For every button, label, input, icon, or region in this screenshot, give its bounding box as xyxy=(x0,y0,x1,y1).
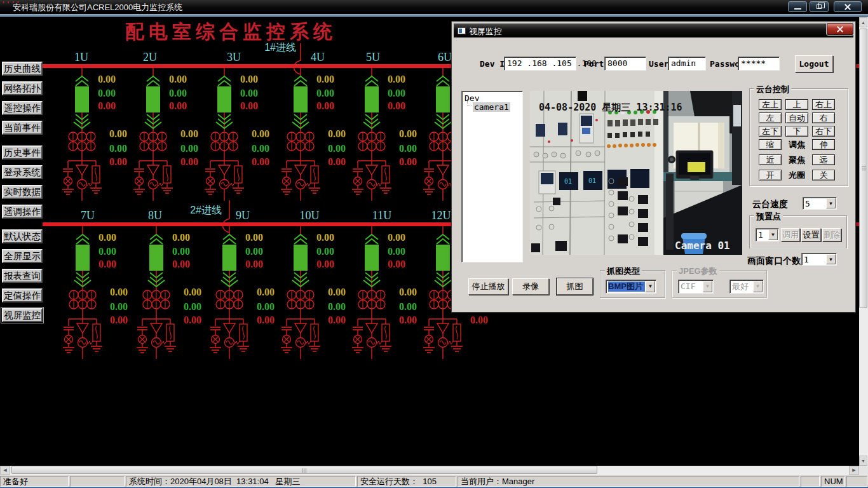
sidebar-item-3[interactable]: 遥控操作 xyxy=(2,101,43,115)
vertical-scrollbar[interactable]: ▲ ▼ xyxy=(859,17,868,466)
scroll-right-button[interactable]: ▶ xyxy=(849,466,859,475)
snapshot-type-title: 抓图类型 xyxy=(605,266,642,277)
dialog-close-button[interactable] xyxy=(827,23,853,35)
svg-text:11U: 11U xyxy=(372,209,391,222)
sidebar-item-10[interactable]: 全屏显示 xyxy=(2,249,43,263)
feeder-10U[interactable]: 10U0.000.000.000.000.000.00 xyxy=(281,209,346,359)
minimize-button[interactable] xyxy=(788,1,807,12)
dev-ip-field[interactable]: 192 .168 .105 .100 xyxy=(504,57,576,71)
device-tree[interactable]: Dev camera1 xyxy=(461,91,523,262)
sidebar-item-4[interactable]: 当前事件 xyxy=(2,121,43,135)
ptz-button-远[interactable]: 远 xyxy=(812,154,835,165)
chevron-down-icon[interactable]: ▼ xyxy=(646,281,655,292)
preset-set-button[interactable]: 设置 xyxy=(801,228,821,241)
ptz-speed-select[interactable]: 5 ▼ xyxy=(803,197,837,210)
ptz-button-关[interactable]: 关 xyxy=(812,170,835,180)
feeder-2U[interactable]: 2U0.000.000.000.000.000.00 xyxy=(133,51,198,201)
record-button[interactable]: 录像 xyxy=(512,278,549,295)
ptz-button-近[interactable]: 近 xyxy=(759,154,782,165)
ptz-button-缩[interactable]: 缩 xyxy=(759,139,782,150)
scroll-up-button[interactable]: ▲ xyxy=(859,17,867,27)
sidebar-item-5[interactable]: 历史事件 xyxy=(2,146,43,159)
svg-text:0.00: 0.00 xyxy=(388,259,405,269)
svg-text:0.00: 0.00 xyxy=(399,128,417,139)
preset-select[interactable]: 1 ▼ xyxy=(756,228,779,241)
chevron-down-icon[interactable]: ▼ xyxy=(826,198,836,208)
preset-group-title: 预置点 xyxy=(754,211,783,222)
sidebar-item-1[interactable]: 历史曲线 xyxy=(2,62,43,76)
ptz-control-group: 云台控制 左上上右上左自动右左下下右下缩调焦伸近聚焦远开光圈关 xyxy=(749,88,848,186)
feeder-9U[interactable]: 9U0.000.000.000.000.000.00 xyxy=(210,209,275,359)
ptz-button-左下[interactable]: 左下 xyxy=(759,126,782,137)
ptz-label-调焦: 调焦 xyxy=(784,139,810,151)
feeder-7U[interactable]: 7U0.000.000.000.000.000.00 xyxy=(63,209,128,359)
svg-text:0.00: 0.00 xyxy=(470,315,488,325)
feeder-5U[interactable]: 5U0.000.000.000.000.000.00 xyxy=(352,51,417,201)
sidebar-item-2[interactable]: 网络拓扑 xyxy=(2,81,43,95)
video-feed[interactable]: 01 01 xyxy=(530,91,742,255)
svg-text:0.00: 0.00 xyxy=(98,74,116,85)
svg-text:0.00: 0.00 xyxy=(257,315,275,325)
svg-text:0.00: 0.00 xyxy=(316,246,334,257)
user-field[interactable]: admin xyxy=(668,57,706,71)
sidebar-item-8[interactable]: 遥调操作 xyxy=(2,205,43,219)
chevron-down-icon[interactable]: ▼ xyxy=(768,229,778,240)
restore-button[interactable] xyxy=(810,1,829,12)
screen: '''' 安科瑞股份有限公司ACREL2000电力监控系统 配电室综合监控系统 … xyxy=(0,0,868,488)
svg-text:8U: 8U xyxy=(148,209,162,222)
ptz-button-右下[interactable]: 右下 xyxy=(812,126,835,137)
ptz-button-左上[interactable]: 左上 xyxy=(759,99,782,110)
sidebar-item-12[interactable]: 定值操作 xyxy=(2,288,43,302)
feeder-8U[interactable]: 8U0.000.000.000.000.000.00 xyxy=(137,209,201,359)
horizontal-scrollbar[interactable]: ◀ ▶ xyxy=(0,466,859,475)
svg-text:0.00: 0.00 xyxy=(252,128,269,139)
svg-text:0.00: 0.00 xyxy=(257,301,275,312)
jpeg-resolution-select: CIF ▼ xyxy=(678,280,714,294)
svg-text:0.00: 0.00 xyxy=(399,143,417,154)
sidebar-item-7[interactable]: 实时数据 xyxy=(2,185,43,199)
sidebar-item-6[interactable]: 登录系统 xyxy=(2,165,43,179)
svg-text:0.00: 0.00 xyxy=(98,232,116,243)
window-border-strip xyxy=(0,14,868,17)
stop-play-button[interactable]: 停止播放 xyxy=(468,278,508,295)
chevron-down-icon: ▼ xyxy=(703,281,712,292)
status-ready: 准备好 xyxy=(0,476,69,487)
port-field[interactable]: 8000 xyxy=(604,57,646,71)
hscroll-thumb[interactable] xyxy=(11,466,597,474)
sidebar-item-9[interactable]: 默认状态 xyxy=(2,229,43,243)
sidebar-item-13[interactable]: 视屏监控 xyxy=(2,308,43,322)
window-count-value: 1 xyxy=(804,255,825,264)
feeder-11U[interactable]: 11U0.000.000.000.000.000.00 xyxy=(352,209,417,359)
ptz-button-自动[interactable]: 自动 xyxy=(785,112,808,123)
ptz-button-下[interactable]: 下 xyxy=(785,126,808,137)
window-count-select[interactable]: 1 ▼ xyxy=(801,253,837,266)
logout-button[interactable]: Logout xyxy=(795,55,833,72)
svg-text:0.00: 0.00 xyxy=(110,315,128,325)
feeder-3U[interactable]: 3U0.000.000.000.000.000.00 xyxy=(205,51,269,201)
scroll-left-button[interactable]: ◀ xyxy=(0,466,10,475)
password-field[interactable]: ***** xyxy=(738,57,780,71)
feeder-1U[interactable]: 1U0.000.000.000.000.000.00 xyxy=(62,51,127,201)
tree-item-camera1[interactable]: camera1 xyxy=(473,102,510,112)
ptz-button-左[interactable]: 左 xyxy=(759,112,782,123)
feeder-4U[interactable]: 4U0.000.000.000.000.000.00 xyxy=(281,51,346,201)
chevron-down-icon[interactable]: ▼ xyxy=(826,254,836,264)
svg-text:2U: 2U xyxy=(143,51,157,64)
window-count-label: 画面窗口个数 xyxy=(747,255,801,267)
snapshot-type-select[interactable]: BMP图片 ▼ xyxy=(606,280,656,294)
sidebar-item-11[interactable]: 报表查询 xyxy=(2,269,43,283)
ptz-button-右上[interactable]: 右上 xyxy=(812,99,835,110)
ptz-button-伸[interactable]: 伸 xyxy=(812,139,835,150)
svg-text:0.00: 0.00 xyxy=(388,74,405,85)
ptz-button-右[interactable]: 右 xyxy=(812,112,835,123)
snapshot-button[interactable]: 抓图 xyxy=(557,278,593,295)
vscroll-thumb[interactable] xyxy=(859,29,867,308)
dialog-titlebar[interactable]: 视屏监控 xyxy=(454,24,853,37)
close-button[interactable] xyxy=(834,1,862,12)
scroll-down-button[interactable]: ▼ xyxy=(859,456,867,466)
ptz-button-上[interactable]: 上 xyxy=(785,99,808,110)
svg-text:3U: 3U xyxy=(227,51,241,64)
svg-text:0.00: 0.00 xyxy=(316,259,334,269)
ptz-button-开[interactable]: 开 xyxy=(759,170,782,180)
minimize-icon xyxy=(794,8,801,10)
